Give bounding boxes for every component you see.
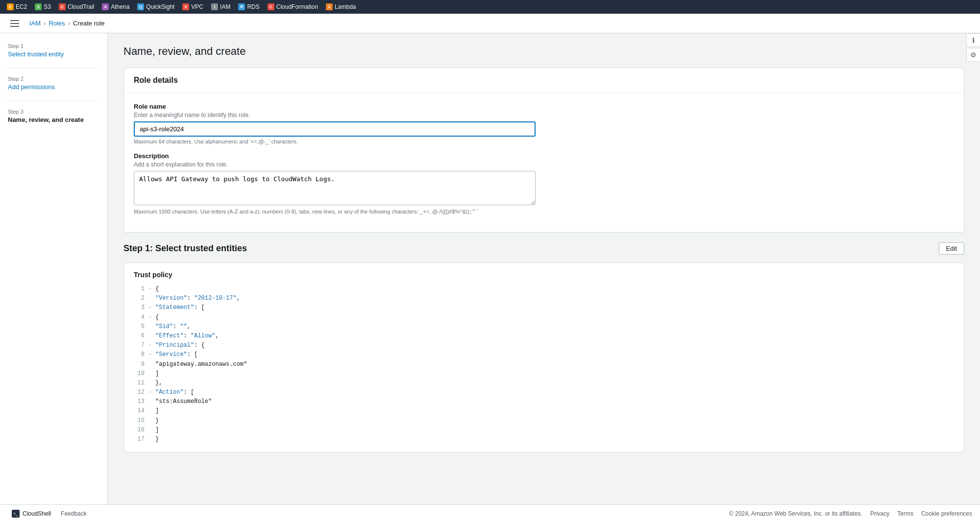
line-number: 15 xyxy=(134,416,148,426)
code-line: 7- "Principal": { xyxy=(134,341,954,350)
description-char-hint: Maximum 1000 characters. Use letters (A-… xyxy=(134,209,954,214)
role-name-group: Role name Enter a meaningful name to ide… xyxy=(134,103,954,144)
line-number: 17 xyxy=(134,435,148,444)
breadcrumb-sep-2: › xyxy=(68,20,70,27)
description-hint: Add a short explanation for this role. xyxy=(134,161,954,168)
quicksight-icon: Q xyxy=(137,3,144,10)
nav-s3[interactable]: S S3 xyxy=(32,2,54,11)
iam-icon: I xyxy=(211,3,218,10)
nav-iam[interactable]: I IAM xyxy=(208,2,233,11)
role-name-label: Role name xyxy=(134,103,954,110)
line-number: 6 xyxy=(134,332,148,341)
step-2-label: Step 2 xyxy=(8,76,99,82)
code-line: 5 "Sid": "", xyxy=(134,322,954,332)
nav-athena[interactable]: A Athena xyxy=(99,2,132,11)
role-details-body: Role name Enter a meaningful name to ide… xyxy=(124,93,964,232)
sidebar-divider-1 xyxy=(8,68,99,68)
sidebar-step-3: Step 3 Name, review, and create xyxy=(8,109,99,123)
step1-edit-button[interactable]: Edit xyxy=(939,242,964,255)
vpc-icon: V xyxy=(182,3,189,10)
line-number: 9 xyxy=(134,360,148,369)
breadcrumb-roles[interactable]: Roles xyxy=(49,20,65,27)
line-number: 1 xyxy=(134,285,148,294)
step-1-label: Step 1 xyxy=(8,43,99,49)
sidebar-step-3-current: Name, review, and create xyxy=(8,116,99,123)
step-3-label: Step 3 xyxy=(8,109,99,115)
line-content: } xyxy=(155,435,159,444)
line-number: 2 xyxy=(134,294,148,303)
code-line: 10 ] xyxy=(134,369,954,379)
athena-icon: A xyxy=(102,3,109,10)
line-number: 3 xyxy=(134,303,148,312)
line-content: ] xyxy=(155,406,159,416)
line-content: "apigateway.amazonaws.com" xyxy=(155,360,247,369)
page-title: Name, review, and create xyxy=(123,45,964,58)
nav-rds[interactable]: R RDS xyxy=(235,2,262,11)
line-number: 12 xyxy=(134,388,148,397)
code-line: 13 "sts:AssumeRole" xyxy=(134,397,954,406)
sidebar-step-2-link[interactable]: Add permissions xyxy=(8,83,55,91)
description-textarea[interactable] xyxy=(134,171,536,205)
menu-button[interactable] xyxy=(8,17,22,30)
nav-quicksight[interactable]: Q QuickSight xyxy=(134,2,177,11)
line-content: "Sid": "", xyxy=(155,322,191,332)
nav-cloudformation[interactable]: C CloudFormation xyxy=(265,2,321,11)
right-panel-icons: ℹ ⚙ xyxy=(966,33,980,62)
breadcrumb-sep-1: › xyxy=(44,20,46,27)
info-icon-button[interactable]: ℹ xyxy=(966,33,980,47)
line-content: ] xyxy=(155,369,159,379)
role-details-card: Role details Role name Enter a meaningfu… xyxy=(123,68,964,233)
step1-title: Step 1: Select trusted entities xyxy=(123,243,247,254)
line-content: "Statement": [ xyxy=(155,303,205,312)
trust-policy-card: Trust policy 1-{2 "Version": "2012-10-17… xyxy=(123,262,964,452)
nav-vpc[interactable]: V VPC xyxy=(179,2,206,11)
cloudformation-icon: C xyxy=(268,3,274,10)
trust-policy-code: 1-{2 "Version": "2012-10-17",3- "Stateme… xyxy=(134,285,954,444)
cloudtrail-icon: C xyxy=(59,3,66,10)
line-number: 14 xyxy=(134,406,148,416)
role-details-title: Role details xyxy=(134,76,178,85)
code-line: 3- "Statement": [ xyxy=(134,303,954,312)
nav-ec2[interactable]: E EC2 xyxy=(4,2,30,11)
line-content: "Action": [ xyxy=(155,388,194,397)
line-number: 7 xyxy=(134,341,148,350)
code-line: 15 } xyxy=(134,416,954,426)
breadcrumb-iam[interactable]: IAM xyxy=(29,20,41,27)
breadcrumb: IAM › Roles › Create role xyxy=(29,20,104,27)
role-name-char-hint: Maximum 64 characters. Use alphanumeric … xyxy=(134,139,954,144)
role-details-header: Role details xyxy=(124,68,964,93)
settings-icon-button[interactable]: ⚙ xyxy=(966,48,980,62)
line-number: 10 xyxy=(134,369,148,379)
line-expand: - xyxy=(148,388,155,397)
sidebar: Step 1 Select trusted entity Step 2 Add … xyxy=(0,33,108,504)
line-expand: - xyxy=(148,341,155,350)
line-content: } xyxy=(155,416,159,426)
sidebar-step-2: Step 2 Add permissions xyxy=(8,76,99,91)
line-expand: - xyxy=(148,285,155,294)
line-number: 5 xyxy=(134,322,148,332)
sidebar-step-1-link[interactable]: Select trusted entity xyxy=(8,50,64,58)
sidebar-step-1: Step 1 Select trusted entity xyxy=(8,43,99,58)
description-label: Description xyxy=(134,152,954,160)
code-line: 17} xyxy=(134,435,954,444)
main-layout: Step 1 Select trusted entity Step 2 Add … xyxy=(0,33,980,504)
code-line: 11 }, xyxy=(134,379,954,388)
code-line: 2 "Version": "2012-10-17", xyxy=(134,294,954,303)
trust-policy-title: Trust policy xyxy=(134,271,954,279)
line-number: 11 xyxy=(134,379,148,388)
role-name-hint: Enter a meaningful name to identify this… xyxy=(134,112,954,119)
code-line: 16 ] xyxy=(134,426,954,435)
nav-cloudtrail[interactable]: C CloudTrail xyxy=(56,2,97,11)
line-content: "Effect": "Allow", xyxy=(155,332,219,341)
sidebar-divider-2 xyxy=(8,100,99,101)
line-content: }, xyxy=(155,379,162,388)
code-line: 1-{ xyxy=(134,285,954,294)
line-number: 8 xyxy=(134,350,148,359)
role-name-input[interactable] xyxy=(134,121,536,137)
description-group: Description Add a short explanation for … xyxy=(134,152,954,214)
nav-lambda[interactable]: λ Lambda xyxy=(323,2,359,11)
line-content: ] xyxy=(155,426,159,435)
top-navigation: E EC2 S S3 C CloudTrail A Athena Q Quick… xyxy=(0,0,980,14)
code-line: 4- { xyxy=(134,313,954,322)
lambda-icon: λ xyxy=(326,3,333,10)
